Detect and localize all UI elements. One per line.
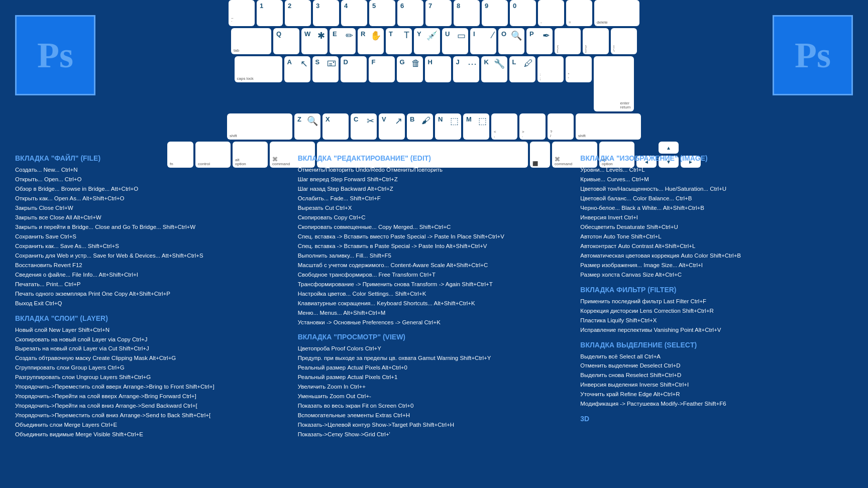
section-content-view: Цветопроба Proof Colors Ctrl+Y Предупр. … <box>298 344 571 439</box>
key-r[interactable]: R ✋ <box>358 28 384 54</box>
key-o[interactable]: O 🔍 <box>498 28 524 54</box>
key-w[interactable]: W ✱ <box>301 28 328 54</box>
section-title-file: ВКЛАДКА "ФАЙЛ" (FILE) <box>15 154 288 162</box>
section-title-edit: ВКЛАДКА "РЕДАКТИРОВАНИЕ" (EDIT) <box>298 154 571 162</box>
keyboard: ~` 1 2 3 4 5 6 7 8 9 0 - = delete tab Q … <box>100 0 768 141</box>
key-d[interactable]: D <box>341 56 367 82</box>
key-quote[interactable]: "' <box>566 56 592 82</box>
section-title-filter: ВКЛАДКА ФИЛЬТР (FILTER) <box>580 286 853 294</box>
key-b[interactable]: B 🖌 <box>407 113 433 140</box>
key-tab[interactable]: tab <box>231 28 271 54</box>
key-s[interactable]: S 🖃 <box>312 56 339 82</box>
content-area: ВКЛАДКА "ФАЙЛ" (FILE) Создать... New... … <box>0 143 868 444</box>
section-title-view: ВКЛАДКА "ПРОСМОТР" (VIEW) <box>298 333 571 341</box>
section-title-image: ВКЛАДКА "ИЗОБРАЖЕНИЕ" (IMAGE) <box>580 154 853 162</box>
ps-logo-left-text: Ps <box>37 35 73 76</box>
key-g[interactable]: G 🗑 <box>397 56 423 82</box>
section-title-3d: 3D <box>580 415 853 423</box>
key-e[interactable]: E ✏ <box>330 28 356 54</box>
key-6[interactable]: 6 <box>397 0 423 26</box>
key-rbracket[interactable]: }] <box>583 28 609 54</box>
key-lbracket[interactable]: {[ <box>555 28 581 54</box>
key-y[interactable]: Y 💉 <box>414 28 440 54</box>
key-t[interactable]: T T <box>386 28 412 54</box>
key-q[interactable]: Q <box>273 28 299 54</box>
key-tilde[interactable]: ~` <box>229 0 255 26</box>
key-x[interactable]: X <box>322 113 349 140</box>
ps-logo-right-text: Ps <box>795 35 831 76</box>
key-caps[interactable]: caps lock <box>235 56 282 82</box>
key-8[interactable]: 8 <box>454 0 480 26</box>
key-period[interactable]: >. <box>519 113 546 140</box>
section-content-image: Уровни... Levels... Ctrl+L Кривые... Cur… <box>580 165 853 280</box>
column-2: ВКЛАДКА "РЕДАКТИРОВАНИЕ" (EDIT) Отменить… <box>298 148 571 439</box>
key-4[interactable]: 4 <box>341 0 367 26</box>
key-p[interactable]: P ✒ <box>526 28 553 54</box>
ps-logo-left: Ps <box>15 15 95 95</box>
key-delete[interactable]: delete <box>594 0 639 26</box>
key-1[interactable]: 1 <box>257 0 283 26</box>
key-n[interactable]: N ⬚ <box>435 113 461 140</box>
keyboard-row-asdf: caps lock A ↖ S 🖃 D F G 🗑 H J ⋯ K 🔧 L 🖊 … <box>100 56 768 111</box>
key-a[interactable]: A ↖ <box>284 56 310 82</box>
key-3[interactable]: 3 <box>313 0 339 26</box>
key-u[interactable]: U ▭ <box>442 28 468 54</box>
section-content-file: Создать... New... Ctrl+N Открыть... Open… <box>15 165 288 308</box>
key-9[interactable]: 9 <box>482 0 508 26</box>
key-0[interactable]: 0 <box>510 0 536 26</box>
key-2[interactable]: 2 <box>285 0 311 26</box>
column-3: ВКЛАДКА "ИЗОБРАЖЕНИЕ" (IMAGE) Уровни... … <box>580 148 853 439</box>
key-shift-right[interactable]: shift <box>576 113 641 140</box>
key-v[interactable]: V ↗ <box>379 113 405 140</box>
key-pipe[interactable]: |\ <box>611 28 637 54</box>
key-i[interactable]: I ⁄ <box>470 28 496 54</box>
key-f[interactable]: F <box>369 56 395 82</box>
key-z[interactable]: Z 🔍 <box>294 113 320 140</box>
key-equals[interactable]: = <box>566 0 592 26</box>
section-content-filter: Применить последний фильтр Last Filter C… <box>580 297 853 335</box>
key-7[interactable]: 7 <box>425 0 452 26</box>
section-title-select: ВКЛАДКА ВЫДЕЛЕНИЕ (SELECT) <box>580 341 853 349</box>
key-l[interactable]: L 🖊 <box>509 56 535 82</box>
keyboard-row-zxcv: shift Z 🔍 X C ✂ V ↗ B 🖌 N ⬚ M ⬚ <, >. ?/… <box>100 113 768 140</box>
key-semicolon[interactable]: :; <box>537 56 564 82</box>
key-minus[interactable]: - <box>538 0 564 26</box>
keyboard-row-num: ~` 1 2 3 4 5 6 7 8 9 0 - = delete <box>100 0 768 26</box>
key-5[interactable]: 5 <box>369 0 395 26</box>
key-comma[interactable]: <, <box>491 113 517 140</box>
key-j[interactable]: J ⋯ <box>453 56 479 82</box>
key-c[interactable]: C ✂ <box>351 113 377 140</box>
keyboard-row-qwerty: tab Q W ✱ E ✏ R ✋ T T Y 💉 U ▭ I ⁄ <box>100 28 768 54</box>
section-content-select: Выделить всё Select all Ctrl+A Отменить … <box>580 352 853 409</box>
key-h[interactable]: H <box>425 56 451 82</box>
section-content-edit: Отменить/Повторить Undo/Redo Отменить/По… <box>298 165 571 327</box>
key-k[interactable]: K 🔧 <box>481 56 507 82</box>
key-slash[interactable]: ?/ <box>548 113 574 140</box>
key-shift-left[interactable]: shift <box>227 113 292 140</box>
column-1: ВКЛАДКА "ФАЙЛ" (FILE) Создать... New... … <box>15 148 288 439</box>
key-m[interactable]: M ⬚ <box>463 113 489 140</box>
section-title-layer: ВКЛАДКА "СЛОИ" (LAYER) <box>15 314 288 322</box>
section-content-layer: Новый слой New Layer Shift+Ctrl+N Скопир… <box>15 325 288 440</box>
ps-logo-right: Ps <box>773 15 853 95</box>
key-enter[interactable]: enterreturn <box>594 56 634 111</box>
